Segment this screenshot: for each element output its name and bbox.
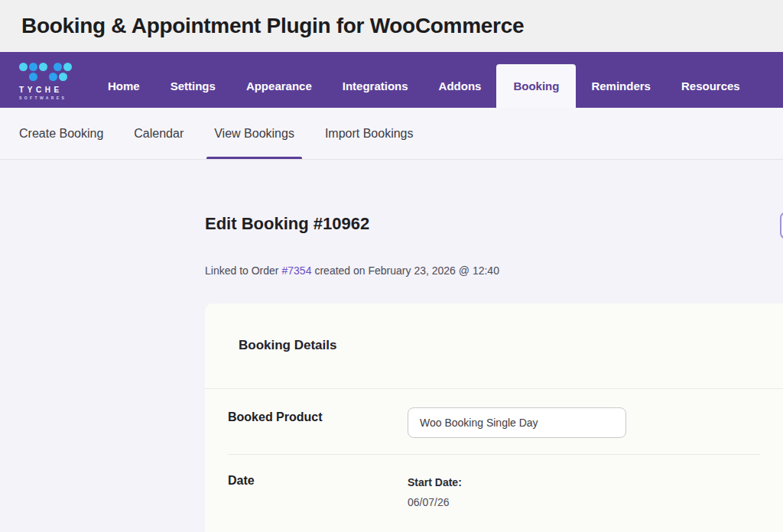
subnav-item-label: View Bookings — [214, 127, 294, 141]
order-link[interactable]: #7354 — [282, 264, 312, 277]
active-tab-underline — [206, 157, 302, 159]
nav-item-resources[interactable]: Resources — [666, 64, 755, 108]
nav-items: Home Settings Appearance Integrations Ad… — [93, 64, 755, 108]
linked-order-prefix: Linked to Order — [205, 264, 279, 277]
start-date-label: Start Date: — [408, 476, 462, 488]
edit-booking-heading: Edit Booking #10962 — [205, 214, 369, 234]
logo-subtitle-text: SOFTWARES — [19, 96, 72, 100]
booking-subnav: Create Booking Calendar View Bookings Im… — [0, 108, 783, 160]
logo-dot — [29, 63, 37, 71]
nav-item-booking[interactable]: Booking — [496, 64, 576, 108]
row-divider — [228, 454, 760, 455]
main-nav: TYCHE SOFTWARES Home Settings Appearance… — [0, 52, 783, 108]
nav-item-reminders[interactable]: Reminders — [576, 64, 666, 108]
logo-dot — [19, 63, 28, 71]
date-label: Date — [228, 474, 255, 488]
booking-details-card: Booking Details Booked Product Date Star… — [205, 303, 783, 532]
logo-dot — [39, 63, 47, 71]
nav-item-integrations[interactable]: Integrations — [327, 64, 424, 108]
tyche-logo[interactable]: TYCHE SOFTWARES — [19, 63, 72, 100]
subnav-item-calendar[interactable]: Calendar — [119, 108, 199, 159]
edge-action-button[interactable] — [780, 212, 783, 239]
subnav-item-label: Import Bookings — [325, 127, 414, 141]
subnav-item-import-bookings[interactable]: Import Bookings — [310, 108, 429, 159]
logo-dot — [59, 73, 67, 81]
card-title: Booking Details — [239, 338, 336, 353]
nav-item-addons[interactable]: Addons — [424, 64, 497, 108]
linked-order-suffix: created on February 23, 2026 @ 12:40 — [314, 264, 499, 277]
page-header: Booking & Appointment Plugin for WooComm… — [0, 0, 783, 52]
nav-item-settings[interactable]: Settings — [155, 64, 231, 108]
logo-dot — [29, 73, 37, 81]
booked-product-input[interactable] — [408, 407, 626, 438]
main-content: Edit Booking #10962 Linked to Order #735… — [0, 160, 783, 532]
page-title: Booking & Appointment Plugin for WooComm… — [21, 14, 524, 38]
subnav-item-view-bookings[interactable]: View Bookings — [199, 108, 310, 159]
subnav-item-create-booking[interactable]: Create Booking — [4, 108, 119, 159]
logo-dot — [49, 73, 57, 81]
booked-product-label: Booked Product — [228, 410, 323, 424]
logo-dot — [54, 63, 62, 71]
subnav-item-label: Create Booking — [19, 127, 103, 141]
nav-item-appearance[interactable]: Appearance — [231, 64, 327, 108]
card-header-divider — [205, 388, 783, 389]
start-date-value: 06/07/26 — [408, 496, 450, 508]
subnav-item-label: Calendar — [134, 127, 184, 141]
linked-order-line: Linked to Order #7354 created on Februar… — [205, 264, 499, 277]
logo-dot — [63, 63, 72, 71]
nav-item-home[interactable]: Home — [93, 64, 155, 108]
tyche-logo-icon — [19, 63, 72, 81]
logo-brand-text: TYCHE — [19, 86, 72, 94]
